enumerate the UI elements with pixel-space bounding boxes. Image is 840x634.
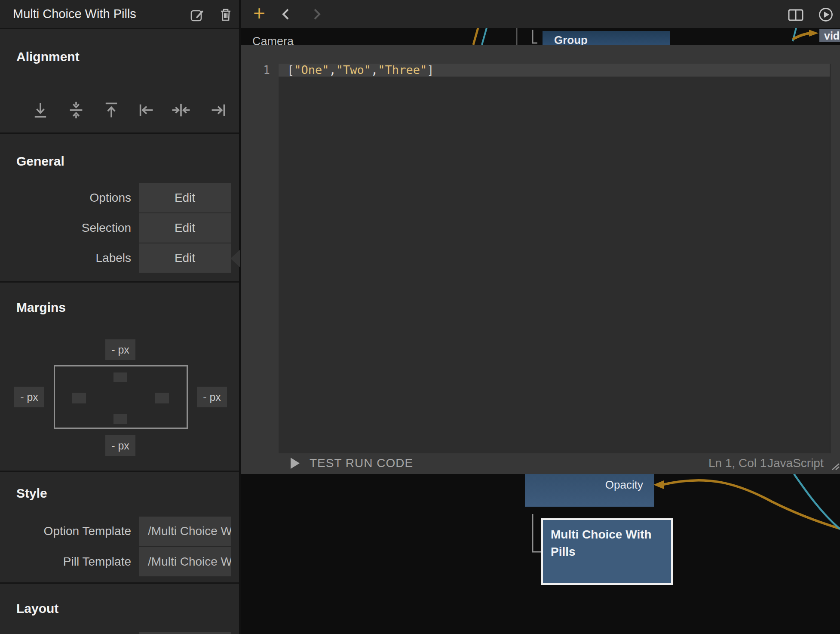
resize-grip[interactable] xyxy=(831,463,840,471)
popover-arrow xyxy=(230,249,240,268)
section-layout: Layout xyxy=(0,584,239,634)
video-node[interactable]: vid xyxy=(819,29,840,42)
line-number: 1 xyxy=(241,64,270,77)
editor-scrollbar-track[interactable] xyxy=(830,64,831,453)
margin-handle-right xyxy=(155,393,169,403)
test-run-code-button[interactable]: TEST RUN CODE xyxy=(310,453,413,474)
layout-partial-control[interactable] xyxy=(139,632,231,634)
section-alignment: Alignment xyxy=(0,29,239,132)
code-token: , xyxy=(329,63,336,77)
align-top-icon[interactable] xyxy=(101,100,122,120)
opacity-node[interactable]: Opacity xyxy=(525,474,654,507)
edit-patch-button[interactable] xyxy=(190,7,205,22)
margin-left-field[interactable]: - px xyxy=(14,387,44,407)
margin-preview-box xyxy=(54,365,188,429)
opacity-node-label: Opacity xyxy=(605,478,643,492)
labels-label: Labels xyxy=(0,243,131,273)
inspector-sidebar: Multi Choice With Pills xyxy=(0,0,239,634)
section-margins: Margins - px - px - px - px xyxy=(0,283,239,471)
group-node[interactable]: Group xyxy=(543,31,670,45)
chevron-right-icon xyxy=(315,9,319,19)
code-editor-popover: 1 ["One","Two","Three"] TEST RUN CODE Ln… xyxy=(241,45,840,474)
code-token: "One" xyxy=(294,63,329,77)
alignment-heading: Alignment xyxy=(16,49,80,64)
align-left-icon[interactable] xyxy=(136,100,157,120)
code-token: "Three" xyxy=(378,63,427,77)
wires-top xyxy=(241,28,840,45)
selection-edit-button[interactable]: Edit xyxy=(139,213,231,243)
margin-handle-top xyxy=(113,372,127,382)
language-indicator[interactable]: JavaScript xyxy=(767,453,824,474)
code-line-1[interactable]: ["One","Two","Three"] xyxy=(279,64,830,77)
margin-top-field[interactable]: - px xyxy=(105,339,135,360)
video-node-label: vid xyxy=(824,30,840,42)
sidebar-header: Multi Choice With Pills xyxy=(0,0,239,28)
code-token: [ xyxy=(287,63,294,77)
trash-icon xyxy=(221,9,230,20)
code-token: ] xyxy=(427,63,434,77)
split-view-icon xyxy=(789,10,803,20)
selection-label: Selection xyxy=(0,213,131,243)
editor-status-bar: TEST RUN CODE Ln 1, Col 1 JavaScript xyxy=(241,453,840,474)
align-vertical-center-icon[interactable] xyxy=(66,100,86,120)
arrowhead-left-icon xyxy=(653,480,664,489)
pill-template-label: Pill Template xyxy=(0,547,131,576)
add-patch-button[interactable]: + xyxy=(248,0,270,28)
style-heading: Style xyxy=(16,486,47,501)
code-token: "Two" xyxy=(336,63,371,77)
play-icon xyxy=(820,9,832,21)
forward-button[interactable] xyxy=(311,8,322,21)
option-template-label: Option Template xyxy=(0,517,131,546)
options-label: Options xyxy=(0,183,131,212)
code-token: , xyxy=(371,63,378,77)
pill-template-value[interactable]: /Multi Choice Wit xyxy=(139,547,231,576)
margins-heading: Margins xyxy=(16,300,66,315)
multi-choice-with-pills-node[interactable]: Multi Choice With Pills xyxy=(541,518,673,585)
delete-patch-button[interactable] xyxy=(218,7,233,22)
multi-choice-node-label: Multi Choice With Pills xyxy=(551,528,652,558)
node-graph-top[interactable]: Camera Group vid xyxy=(241,28,840,45)
margin-handle-left xyxy=(72,393,86,403)
align-bottom-icon[interactable] xyxy=(30,100,51,120)
section-style: Style Option Template /Multi Choice Wit … xyxy=(0,472,239,582)
run-play-icon[interactable] xyxy=(291,458,300,469)
chevron-left-icon xyxy=(283,9,288,19)
cursor-position: Ln 1, Col 1 xyxy=(708,453,766,474)
graph-toolbar: + xyxy=(241,0,840,28)
align-horizontal-center-icon[interactable] xyxy=(171,100,191,120)
options-edit-button[interactable]: Edit xyxy=(139,183,231,212)
margin-handle-bottom xyxy=(113,414,127,424)
node-graph-bottom[interactable]: Opacity Multi Choice With Pills xyxy=(241,474,840,634)
patch-title: Multi Choice With Pills xyxy=(13,0,136,28)
group-node-label: Group xyxy=(554,34,588,45)
play-button[interactable] xyxy=(819,7,833,24)
app-window: Multi Choice With Pills xyxy=(0,0,840,634)
option-template-value[interactable]: /Multi Choice Wit xyxy=(139,517,231,546)
camera-node-label: Camera xyxy=(252,35,294,45)
split-view-button[interactable] xyxy=(788,9,803,23)
code-editor-body[interactable] xyxy=(279,77,830,453)
arrowhead-right-icon xyxy=(809,30,819,37)
general-heading: General xyxy=(16,154,64,169)
back-button[interactable] xyxy=(280,8,291,21)
margin-bottom-field[interactable]: - px xyxy=(105,435,135,456)
pencil-square-icon xyxy=(191,10,203,21)
labels-edit-button[interactable]: Edit xyxy=(139,243,231,273)
section-general: General Options Edit Selection Edit Labe… xyxy=(0,134,239,281)
align-right-icon[interactable] xyxy=(208,100,228,120)
layout-heading: Layout xyxy=(16,601,58,616)
margin-right-field[interactable]: - px xyxy=(197,387,227,407)
